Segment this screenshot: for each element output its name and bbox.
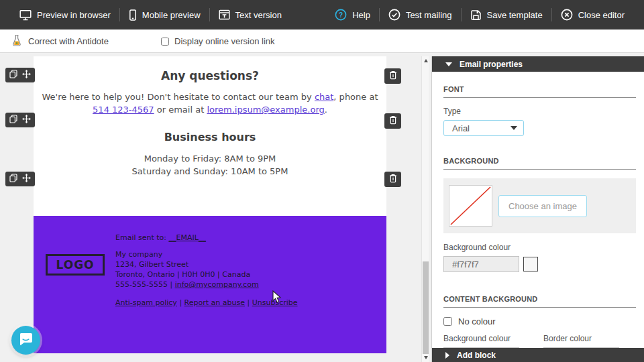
close-editor-button[interactable]: Close editor: [552, 0, 633, 29]
contact-text: .: [325, 105, 327, 115]
company-phone: 555-555-5555: [115, 280, 168, 289]
duplicate-icon[interactable]: [9, 69, 17, 81]
help-icon: ?: [335, 9, 347, 21]
no-colour-label: No colour: [458, 316, 496, 326]
save-icon: [470, 9, 482, 21]
company-phone-line: 555-555-5555 | info@mycompany.com: [115, 280, 259, 290]
phone-link[interactable]: 514 123-4567: [93, 105, 154, 115]
move-icon[interactable]: [22, 114, 31, 126]
chevron-right-icon: [445, 352, 449, 359]
top-toolbar: Preview in browser Mobile preview Text: [0, 0, 644, 29]
secondary-toolbar: Correct with Antidote Display online ver…: [0, 29, 644, 53]
questions-heading: Any questions?: [34, 56, 386, 82]
mobile-icon: [129, 9, 137, 21]
company-name: My company: [115, 249, 259, 259]
separator-text: |: [168, 280, 175, 289]
text-version-button[interactable]: Text version: [210, 0, 290, 29]
background-colour-swatch[interactable]: [523, 257, 538, 272]
report-abuse-link[interactable]: Report an abuse: [184, 298, 245, 307]
sent-to-label: Email sent to:: [115, 233, 166, 242]
no-image-preview: [449, 185, 492, 227]
help-label: Help: [352, 10, 370, 20]
font-section-label: FONT: [443, 85, 636, 93]
background-colour-label: Background colour: [443, 243, 636, 252]
chevron-down-icon: [511, 126, 517, 130]
mobile-preview-button[interactable]: Mobile preview: [120, 0, 209, 29]
content-background-section-label: CONTENT BACKGROUND: [443, 295, 636, 303]
scrollbar-thumb[interactable]: [423, 261, 429, 354]
trash-icon: [389, 70, 397, 82]
antidote-flask-icon: [11, 34, 22, 49]
save-template-label: Save template: [487, 10, 543, 20]
correct-with-antidote-label: Correct with Antidote: [28, 36, 109, 46]
chat-link[interactable]: chat: [315, 92, 333, 102]
section-divider: [443, 307, 636, 308]
email-address-link[interactable]: lorem.ipsum@example.org: [207, 105, 324, 115]
contact-text: We're here to help you! Don't hesitate t…: [42, 92, 314, 102]
unsubscribe-link[interactable]: Unsubscribe: [252, 298, 298, 307]
company-email-link[interactable]: info@mycompany.com: [175, 280, 259, 289]
save-template-button[interactable]: Save template: [462, 0, 551, 29]
display-online-version-label: Display online version link: [174, 36, 275, 46]
block-3-handle: [5, 172, 35, 186]
chevron-down-icon: [445, 62, 452, 66]
content-bg-colour-column: Background colour: [443, 334, 538, 348]
preview-in-browser-button[interactable]: Preview in browser: [11, 0, 119, 29]
text-version-icon: [219, 9, 230, 20]
test-mailing-button[interactable]: Test mailing: [380, 0, 461, 29]
properties-sidebar: Email properties FONT Type Arial BACKGRO…: [431, 56, 644, 362]
move-icon[interactable]: [22, 173, 31, 185]
section-divider: [443, 97, 636, 98]
toolbar-right-group: ? Help Test mailing: [326, 0, 633, 29]
content-bg-colour-label: Background colour: [443, 334, 538, 343]
monitor-icon: [19, 9, 32, 21]
display-online-version-row: Display online version link: [161, 29, 275, 53]
block-2-delete-button[interactable]: [384, 113, 401, 129]
email-footer-block[interactable]: Email sent to: __EMAIL__ LOGO My company…: [34, 216, 386, 353]
font-type-value: Arial: [452, 123, 470, 133]
move-icon[interactable]: [22, 69, 31, 81]
no-colour-checkbox[interactable]: [443, 317, 452, 326]
display-online-version-checkbox[interactable]: [161, 38, 169, 46]
text-version-label: Text version: [235, 10, 282, 20]
company-address-1: 1234, Gilbert Street: [115, 259, 259, 269]
choose-image-button[interactable]: Choose an image: [498, 195, 587, 217]
duplicate-icon[interactable]: [9, 173, 17, 185]
mobile-preview-label: Mobile preview: [142, 10, 201, 20]
trash-icon: [389, 115, 397, 127]
block-2-handle: [5, 113, 35, 127]
email-properties-label: Email properties: [460, 60, 523, 69]
company-info: My company 1234, Gilbert Street Toronto,…: [115, 249, 259, 290]
hours-line-2: Saturday and Sunday: 10AM to 5PM: [34, 165, 386, 178]
font-type-select[interactable]: Arial: [443, 120, 524, 136]
scroll-down-arrow[interactable]: [422, 354, 429, 361]
anti-spam-link[interactable]: Anti-spam policy: [115, 298, 177, 307]
background-image-panel: Choose an image: [443, 178, 636, 233]
correct-with-antidote-button[interactable]: Correct with Antidote: [11, 29, 109, 53]
background-colour-input[interactable]: [443, 256, 519, 272]
email-properties-header[interactable]: Email properties: [432, 56, 644, 72]
svg-text:?: ?: [339, 11, 343, 19]
close-circle-icon: [561, 9, 573, 21]
contact-text: , phone at: [333, 92, 378, 102]
block-1-delete-button[interactable]: [384, 68, 401, 84]
company-address-2: Toronto, Ontario | H0H 0H0 | Canada: [115, 269, 259, 280]
company-logo: LOGO: [46, 254, 105, 276]
duplicate-icon[interactable]: [9, 114, 17, 126]
add-block-header[interactable]: Add block: [432, 348, 644, 362]
email-merge-tag: __EMAIL__: [169, 233, 206, 242]
chat-widget-button[interactable]: [11, 326, 40, 355]
close-editor-label: Close editor: [578, 10, 625, 20]
policy-links: Anti-spam policy | Report an abuse | Uns…: [115, 298, 298, 307]
email-content-block[interactable]: Any questions? We're here to help you! D…: [34, 56, 386, 216]
toolbar-left-group: Preview in browser Mobile preview Text: [11, 0, 290, 29]
scroll-up-arrow[interactable]: [422, 57, 429, 64]
check-circle-icon: [388, 9, 400, 21]
contact-paragraph: We're here to help you! Don't hesitate t…: [34, 90, 386, 116]
contact-text: or email at: [154, 105, 207, 115]
canvas-scrollbar[interactable]: [421, 56, 429, 362]
help-button[interactable]: ? Help: [326, 0, 379, 29]
font-type-label: Type: [443, 107, 636, 116]
block-3-delete-button[interactable]: [384, 172, 401, 187]
business-hours-text: Monday to Friday: 8AM to 9PM Saturday an…: [34, 152, 386, 178]
